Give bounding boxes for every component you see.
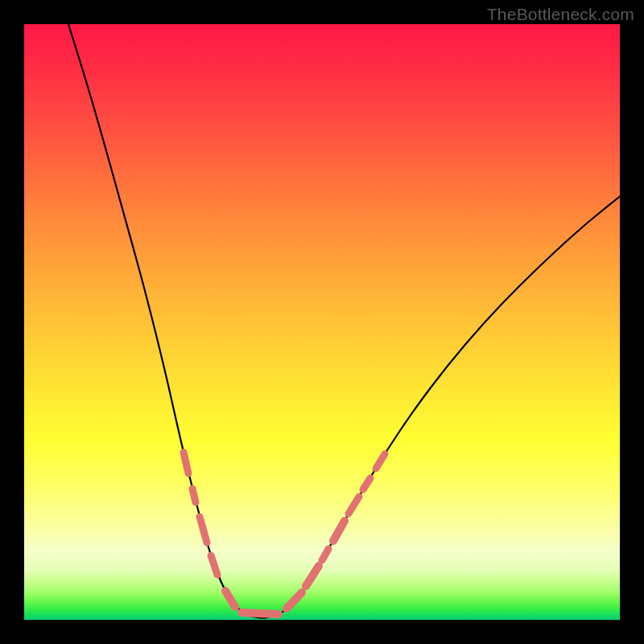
- marker-segment: [306, 566, 319, 586]
- marker-segment: [200, 517, 207, 543]
- marker-segment: [192, 489, 196, 502]
- watermark-text: TheBottleneck.com: [487, 5, 634, 24]
- chart-frame: TheBottleneck.com: [0, 0, 644, 644]
- marker-segment: [322, 549, 328, 560]
- marker-segment: [376, 454, 385, 469]
- plot-area: [24, 24, 620, 620]
- marker-segment: [184, 452, 188, 473]
- marker-segment: [333, 521, 345, 541]
- marker-segment: [349, 497, 359, 514]
- curve-svg: [24, 24, 620, 620]
- marker-segment: [211, 555, 217, 575]
- series-right-branch: [262, 196, 620, 618]
- marker-segment: [363, 478, 370, 489]
- series-left-branch: [68, 24, 262, 618]
- curve-markers: [184, 452, 385, 614]
- marker-segment: [225, 591, 235, 607]
- marker-segment: [242, 613, 279, 614]
- marker-segment: [287, 592, 302, 609]
